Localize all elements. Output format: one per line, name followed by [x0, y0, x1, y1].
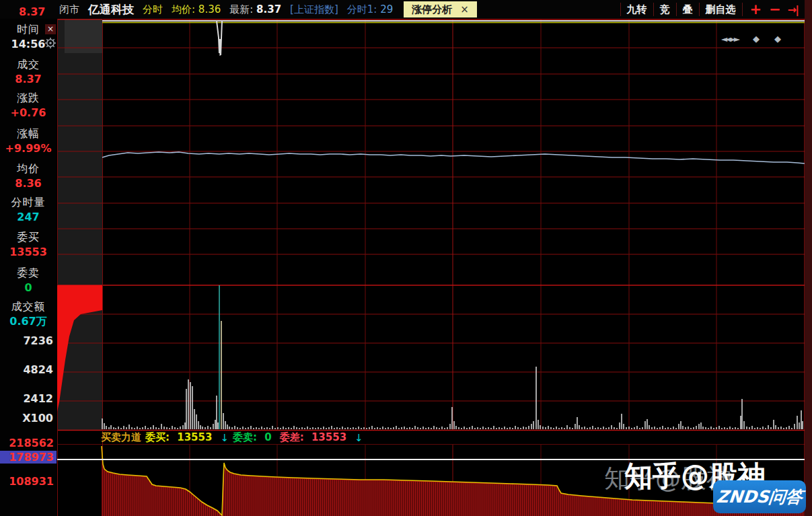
- volume-bar: [690, 428, 692, 429]
- volume-bar: [732, 428, 733, 429]
- volume-bar: [339, 428, 340, 429]
- volume-bar: [439, 428, 440, 429]
- volume-bar: [768, 425, 769, 429]
- volume-bar: [665, 428, 666, 429]
- overlay-button[interactable]: 叠: [676, 3, 700, 16]
- volume-bar: [207, 426, 209, 429]
- volume-bar: [786, 427, 787, 429]
- volume-bar: [161, 424, 162, 429]
- volume-bar: [225, 421, 226, 429]
- volume-bar: [153, 425, 154, 429]
- znds-badge: ZNDS问答: [713, 480, 806, 513]
- volume-bar: [261, 427, 262, 429]
- auction-button[interactable]: 竞: [653, 3, 677, 16]
- volume-bar: [603, 427, 604, 429]
- volume-bar: [716, 427, 717, 429]
- volume-bar: [762, 427, 764, 429]
- tab-close-icon[interactable]: ×: [460, 3, 469, 15]
- volume-bar: [751, 426, 753, 429]
- diamond-marker-icon[interactable]: ◆: [753, 34, 760, 44]
- diamond-marker-icon[interactable]: ◆: [774, 34, 781, 44]
- volume-bar: [385, 428, 386, 429]
- volume-bar: [561, 427, 562, 429]
- volume-bar: [374, 428, 375, 429]
- volume-bar: [558, 428, 560, 429]
- volume-bar: [490, 428, 492, 429]
- volume-bar: [611, 425, 612, 429]
- volume-bar: [361, 428, 362, 429]
- volume-bar: [106, 426, 107, 429]
- volume-bar: [651, 427, 653, 429]
- volume-bar: [420, 428, 421, 429]
- volume-bar: [540, 425, 541, 429]
- volume-bar: [501, 428, 503, 429]
- force-axis-tick: 108931: [0, 475, 54, 488]
- volume-bar: [366, 428, 367, 429]
- sidebar-close-icon[interactable]: ×: [45, 24, 56, 34]
- index-mode[interactable]: 分时1: 29: [347, 3, 393, 16]
- volume-bar: [474, 428, 476, 429]
- jump-right-button[interactable]: →|: [788, 3, 798, 16]
- volume-bar: [743, 421, 745, 429]
- volume-bar: [496, 428, 497, 429]
- window-edge-strip: [805, 0, 812, 516]
- tab-limit-up-analysis[interactable]: 涨停分析 ×: [404, 1, 477, 17]
- volume-bar: [353, 427, 354, 429]
- volume-bar: [528, 426, 529, 429]
- volume-bar: [196, 414, 197, 429]
- volume-bar: [318, 427, 319, 429]
- volume-bar: [533, 421, 534, 429]
- volume-bar: [347, 427, 348, 429]
- volume-bar: [377, 427, 378, 429]
- volume-bar: [186, 389, 187, 429]
- volume-bar: [801, 410, 802, 429]
- volume-bar: [644, 421, 646, 429]
- volume-bar: [404, 427, 405, 429]
- volume-bar: [198, 421, 199, 429]
- volume-bar: [406, 428, 408, 429]
- volume-bar: [631, 428, 632, 429]
- quote-row: 委买13553: [0, 230, 57, 260]
- remove-watchlist-button[interactable]: 删自选: [699, 3, 743, 16]
- volume-bar: [139, 428, 141, 429]
- index-link[interactable]: [上证指数]: [290, 3, 338, 16]
- volume-bar: [621, 414, 622, 429]
- volume-bar: [464, 427, 465, 429]
- volume-bar: [414, 426, 416, 429]
- volume-bar: [134, 428, 135, 429]
- volume-bar: [296, 427, 297, 429]
- volume-bar: [272, 426, 273, 429]
- volume-bar: [293, 426, 295, 429]
- volume-bar: [180, 427, 181, 429]
- volume-bar: [616, 428, 618, 429]
- volume-bar: [449, 424, 451, 429]
- mode-label[interactable]: 分时: [143, 3, 163, 16]
- zoom-in-button[interactable]: +: [750, 3, 762, 16]
- market-status: 闭市: [59, 3, 79, 16]
- indicator-title[interactable]: 买卖力道: [101, 431, 141, 444]
- volume-bar: [425, 428, 427, 429]
- volume-bar: [120, 428, 122, 429]
- volume-bar: [760, 428, 761, 429]
- volume-bar: [754, 428, 755, 429]
- page-arrows-icon[interactable]: ◄◄►►: [721, 34, 738, 44]
- volume-bar: [710, 427, 712, 429]
- volume-bar: [509, 427, 511, 429]
- volume-bar: [724, 427, 725, 429]
- volume-bar: [589, 427, 591, 429]
- volume-bar: [217, 422, 219, 429]
- volume-bar: [597, 427, 599, 429]
- volume-bar: [110, 425, 112, 429]
- volume-bar: [670, 428, 671, 429]
- volume-bar: [234, 426, 235, 429]
- volume-bar: [741, 399, 743, 429]
- volume-bar: [569, 427, 570, 429]
- quote-row: 分时量247: [0, 195, 57, 225]
- zoom-out-button[interactable]: −: [769, 3, 781, 16]
- volume-bar: [797, 416, 798, 429]
- nine-turn-button[interactable]: 九转: [620, 3, 654, 16]
- volume-bar: [773, 420, 774, 429]
- volume-bar: [718, 426, 720, 429]
- volume-bar: [242, 427, 244, 429]
- settings-gear-icon[interactable]: [44, 37, 57, 52]
